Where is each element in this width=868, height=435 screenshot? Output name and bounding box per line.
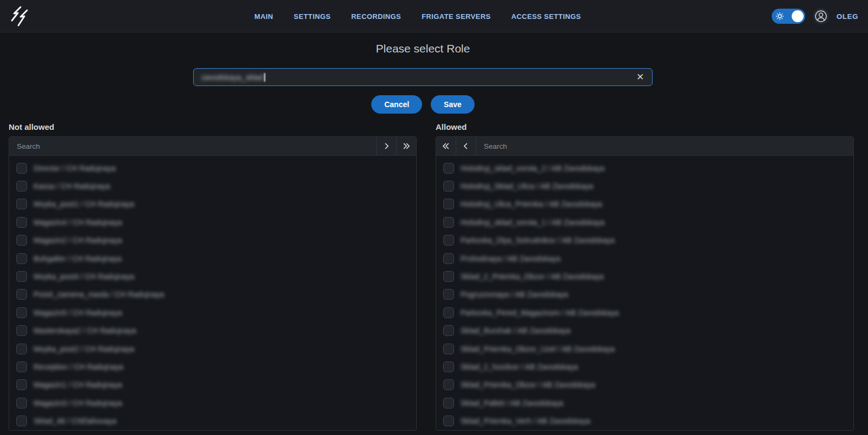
list-item[interactable]: Holodnyj_Ulica_Priemka / AB Zavodskaya: [436, 195, 853, 213]
nav-item-settings[interactable]: SETTINGS: [294, 12, 331, 21]
allowed-panel: Allowed Holodnyj_sklad_vorota_2 / AB Zav…: [436, 122, 854, 431]
item-label: Holodnyj_Ulica_Priemka / AB Zavodskaya: [461, 200, 602, 208]
item-checkbox[interactable]: [443, 398, 454, 408]
item-checkbox[interactable]: [16, 416, 27, 426]
list-item[interactable]: Buhgalter / CH Radujnaya: [9, 249, 416, 267]
item-checkbox[interactable]: [16, 307, 27, 318]
form-actions: Cancel Save: [193, 95, 653, 114]
role-form: Please select Role zavodskaya_sklad ✕ Ca…: [193, 42, 653, 114]
list-item[interactable]: Moyka_post2 / CH Radujnaya: [9, 340, 416, 358]
item-checkbox[interactable]: [16, 325, 27, 336]
item-checkbox[interactable]: [443, 325, 454, 336]
item-checkbox[interactable]: [16, 398, 27, 408]
page-title: Please select Role: [193, 42, 653, 55]
item-checkbox[interactable]: [443, 163, 454, 174]
item-checkbox[interactable]: [443, 307, 454, 318]
item-checkbox[interactable]: [443, 217, 454, 228]
item-checkbox[interactable]: [443, 416, 454, 426]
list-item[interactable]: Parkovka_Pered_Magazinom / AB Zavodskaya: [436, 304, 853, 321]
item-checkbox[interactable]: [16, 379, 27, 390]
item-label: Sklad_Priemka_Obzor_Uzel / AB Zavodskaya: [461, 345, 615, 353]
list-item[interactable]: Magazin4 / CH Radujnaya: [9, 213, 416, 231]
list-item[interactable]: Masterskaya2 / CH Radujnaya: [9, 322, 416, 340]
list-item[interactable]: Pogruzovnaya / AB Zavodskaya: [436, 286, 853, 304]
list-item[interactable]: Prohodnaya / AB Zavodskaya: [436, 249, 853, 267]
list-item[interactable]: Magazin1 / CH Radujnaya: [9, 376, 416, 394]
item-checkbox[interactable]: [443, 271, 454, 282]
list-item[interactable]: Moyka_post1 / CH Radujnaya: [9, 195, 416, 213]
not-allowed-list: Director / CH Radujnaya Kassa / CH Raduj…: [9, 156, 416, 430]
item-label: Reception / CH Radujnaya: [34, 362, 123, 371]
sun-icon: [775, 12, 784, 23]
nav-item-recordings[interactable]: RECORDINGS: [351, 12, 401, 21]
list-item[interactable]: Sklad_Palleti / AB Zavodskaya: [436, 394, 853, 412]
item-label: Kassa / CH Radujnaya: [34, 182, 110, 190]
nav-right: OLEG: [772, 0, 858, 32]
frigate-logo-icon[interactable]: [8, 5, 30, 28]
username[interactable]: OLEG: [837, 12, 858, 21]
item-checkbox[interactable]: [16, 235, 27, 246]
not-allowed-search-input[interactable]: [9, 137, 376, 155]
nav-item-main[interactable]: MAIN: [254, 12, 273, 21]
user-avatar-icon[interactable]: [813, 8, 829, 24]
nav-item-frigate-servers[interactable]: FRIGATE SERVERS: [422, 12, 491, 21]
list-item[interactable]: Holodnyj_sklad_vorota_2 / AB Zavodskaya: [436, 159, 853, 177]
item-checkbox[interactable]: [443, 181, 454, 192]
list-item[interactable]: Sklad_2_Priemka_Obzor / AB Zavodskaya: [436, 267, 853, 285]
role-input[interactable]: zavodskaya_sklad ✕: [193, 68, 653, 86]
list-item[interactable]: Sklad_Priemka_Verh / AB Zavodskaya: [436, 412, 853, 430]
list-item[interactable]: Holodnyj_sklad_vorota_1 / AB Zavodskaya: [436, 213, 853, 231]
list-item[interactable]: Kassa / CH Radujnaya: [9, 177, 416, 195]
theme-toggle[interactable]: [772, 9, 805, 24]
item-checkbox[interactable]: [16, 361, 27, 372]
item-checkbox[interactable]: [16, 217, 27, 228]
item-checkbox[interactable]: [16, 289, 27, 300]
list-item[interactable]: Sklad_Priemka_Obzor_Uzel / AB Zavodskaya: [436, 340, 853, 358]
item-label: Parkovka_Dlya_Sotrudnikov / AB Zavodskay…: [461, 236, 615, 245]
item-label: Magazin2 / CH Radujnaya: [34, 236, 122, 245]
item-label: Holodnyj_sklad_vorota_1 / AB Zavodskaya: [461, 218, 604, 227]
cancel-button[interactable]: Cancel: [371, 95, 422, 114]
list-item[interactable]: Magazin3 / CH Radujnaya: [9, 394, 416, 412]
item-checkbox[interactable]: [16, 271, 27, 282]
move-selected-left-button[interactable]: [456, 137, 476, 155]
item-label: Moyka_post4 / CH Radujnaya: [34, 272, 134, 281]
move-selected-right-button[interactable]: [376, 137, 396, 155]
text-caret: [264, 73, 265, 82]
item-checkbox[interactable]: [443, 235, 454, 246]
item-checkbox[interactable]: [443, 253, 454, 264]
list-item[interactable]: Sklad_Priemka_Obzor / AB Zavodskaya: [436, 376, 853, 394]
double-chevron-right-icon: [402, 142, 411, 150]
item-label: Moyka_post1 / CH Radujnaya: [34, 200, 134, 208]
list-item[interactable]: Sklad_48 / ChElahovaya: [9, 412, 416, 430]
item-checkbox[interactable]: [443, 361, 454, 372]
list-item[interactable]: Sklad_2_hozdvor / AB Zavodskaya: [436, 358, 853, 375]
list-item[interactable]: Holodnyj_Sklad_Ulica / AB Zavodskaya: [436, 177, 853, 195]
close-icon: ✕: [636, 71, 644, 83]
move-all-right-button[interactable]: [396, 137, 416, 155]
clear-input-button[interactable]: ✕: [633, 69, 648, 85]
item-checkbox[interactable]: [443, 199, 454, 209]
item-checkbox[interactable]: [16, 181, 27, 192]
list-item[interactable]: Magazin5 / CH Radujnaya: [9, 304, 416, 321]
list-item[interactable]: Sklad_Burshak / AB Zavodskaya: [436, 322, 853, 340]
item-checkbox[interactable]: [16, 199, 27, 209]
item-checkbox[interactable]: [443, 289, 454, 300]
list-item[interactable]: Parkovka_Dlya_Sotrudnikov / AB Zavodskay…: [436, 232, 853, 249]
item-checkbox[interactable]: [16, 253, 27, 264]
move-all-left-button[interactable]: [436, 137, 456, 155]
list-item[interactable]: Magazin2 / CH Radujnaya: [9, 232, 416, 249]
item-checkbox[interactable]: [443, 344, 454, 354]
item-label: Sklad_Palleti / AB Zavodskaya: [461, 399, 563, 407]
nav-item-access-settings[interactable]: ACCESS SETTINGS: [511, 12, 581, 21]
item-checkbox[interactable]: [16, 344, 27, 354]
allowed-search-input[interactable]: [476, 137, 853, 155]
item-checkbox[interactable]: [443, 379, 454, 390]
list-item[interactable]: Director / CH Radujnaya: [9, 159, 416, 177]
list-item[interactable]: Post4_zamena_masla / CH Radujnaya: [9, 286, 416, 304]
item-label: Prohodnaya / AB Zavodskaya: [461, 254, 560, 263]
list-item[interactable]: Moyka_post4 / CH Radujnaya: [9, 267, 416, 285]
list-item[interactable]: Reception / CH Radujnaya: [9, 358, 416, 375]
save-button[interactable]: Save: [431, 95, 475, 114]
item-checkbox[interactable]: [16, 163, 27, 174]
